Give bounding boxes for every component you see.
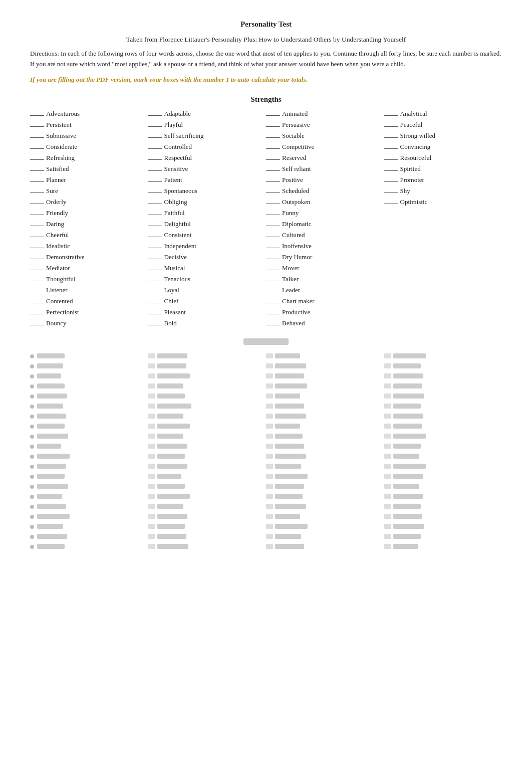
score-blank[interactable] <box>148 181 162 182</box>
score-blank[interactable] <box>266 181 280 182</box>
score-blank[interactable] <box>148 292 162 292</box>
word-item <box>384 219 502 229</box>
blurred-word-item <box>148 522 267 530</box>
score-blank[interactable] <box>384 148 398 149</box>
score-blank[interactable] <box>266 215 280 215</box>
word-item: Spirited <box>384 164 502 174</box>
score-blank[interactable] <box>30 248 44 248</box>
blurred-word-item <box>266 512 384 520</box>
score-blank[interactable] <box>384 126 398 127</box>
word-label: Persistent <box>46 121 72 129</box>
blurred-word-item <box>30 452 148 460</box>
blurred-word-item <box>384 462 502 470</box>
word-item: Musical <box>148 263 267 273</box>
score-blank[interactable] <box>30 215 44 215</box>
score-blank[interactable] <box>30 303 44 303</box>
word-item: Talker <box>266 274 384 284</box>
word-item: Convincing <box>384 142 502 152</box>
word-item: Respectful <box>148 153 267 163</box>
score-blank[interactable] <box>30 237 44 237</box>
score-blank[interactable] <box>266 270 280 270</box>
score-blank[interactable] <box>148 226 162 226</box>
score-blank[interactable] <box>384 204 398 204</box>
word-item: Patient <box>148 175 267 185</box>
score-blank[interactable] <box>30 292 44 292</box>
score-blank[interactable] <box>148 281 162 281</box>
score-blank[interactable] <box>30 325 44 325</box>
score-blank[interactable] <box>266 292 280 292</box>
score-blank[interactable] <box>148 192 162 193</box>
score-blank[interactable] <box>384 170 398 171</box>
score-blank[interactable] <box>266 314 280 314</box>
word-item: Cheerful <box>30 230 148 240</box>
score-blank[interactable] <box>266 259 280 259</box>
word-label: Mover <box>282 264 300 272</box>
score-blank[interactable] <box>384 115 398 116</box>
word-item: Considerate <box>30 142 148 152</box>
score-blank[interactable] <box>384 192 398 193</box>
score-blank[interactable] <box>30 270 44 270</box>
word-label: Controlled <box>164 143 192 151</box>
word-label: Funny <box>282 209 299 217</box>
score-blank[interactable] <box>384 181 398 182</box>
score-blank[interactable] <box>266 226 280 226</box>
word-item: Leader <box>266 285 384 295</box>
score-blank[interactable] <box>266 281 280 281</box>
score-blank[interactable] <box>30 148 44 149</box>
word-label: Inoffensive <box>282 242 312 250</box>
score-blank[interactable] <box>148 314 162 314</box>
score-blank[interactable] <box>148 137 162 138</box>
score-blank[interactable] <box>148 204 162 204</box>
score-blank[interactable] <box>266 237 280 237</box>
word-label: Self reliant <box>282 165 311 173</box>
score-blank[interactable] <box>266 325 280 325</box>
score-blank[interactable] <box>384 137 398 138</box>
score-blank[interactable] <box>266 204 280 204</box>
score-blank[interactable] <box>266 303 280 303</box>
word-item: Inoffensive <box>266 241 384 251</box>
score-blank[interactable] <box>148 215 162 215</box>
score-blank[interactable] <box>266 192 280 193</box>
score-blank[interactable] <box>30 259 44 259</box>
score-blank[interactable] <box>148 259 162 259</box>
score-blank[interactable] <box>148 237 162 237</box>
score-blank[interactable] <box>148 126 162 127</box>
score-blank[interactable] <box>148 248 162 248</box>
score-blank[interactable] <box>148 303 162 303</box>
score-blank[interactable] <box>30 115 44 116</box>
score-blank[interactable] <box>266 159 280 160</box>
score-blank[interactable] <box>148 159 162 160</box>
blurred-word-item <box>384 502 502 510</box>
score-blank[interactable] <box>30 226 44 226</box>
word-label: Consistent <box>164 231 192 239</box>
score-blank[interactable] <box>384 159 398 160</box>
score-blank[interactable] <box>30 314 44 314</box>
score-blank[interactable] <box>30 137 44 138</box>
word-label: Convincing <box>400 143 431 151</box>
score-blank[interactable] <box>30 126 44 127</box>
score-blank[interactable] <box>148 270 162 270</box>
score-blank[interactable] <box>266 137 280 138</box>
word-label: Bouncy <box>46 319 66 327</box>
score-blank[interactable] <box>30 181 44 182</box>
score-blank[interactable] <box>266 126 280 127</box>
score-blank[interactable] <box>148 115 162 116</box>
score-blank[interactable] <box>266 148 280 149</box>
score-blank[interactable] <box>148 325 162 325</box>
score-blank[interactable] <box>266 170 280 171</box>
score-blank[interactable] <box>148 170 162 171</box>
score-blank[interactable] <box>30 281 44 281</box>
word-label: Adaptable <box>164 110 191 118</box>
score-blank[interactable] <box>266 248 280 248</box>
score-blank[interactable] <box>30 159 44 160</box>
score-blank[interactable] <box>30 204 44 204</box>
word-item: Controlled <box>148 142 267 152</box>
score-blank[interactable] <box>148 148 162 149</box>
word-label: Scheduled <box>282 187 309 195</box>
word-item: Optimistic <box>384 197 502 207</box>
blurred-word-item <box>384 402 502 410</box>
score-blank[interactable] <box>30 170 44 171</box>
score-blank[interactable] <box>266 115 280 116</box>
score-blank[interactable] <box>30 192 44 193</box>
blurred-word-item <box>384 512 502 520</box>
